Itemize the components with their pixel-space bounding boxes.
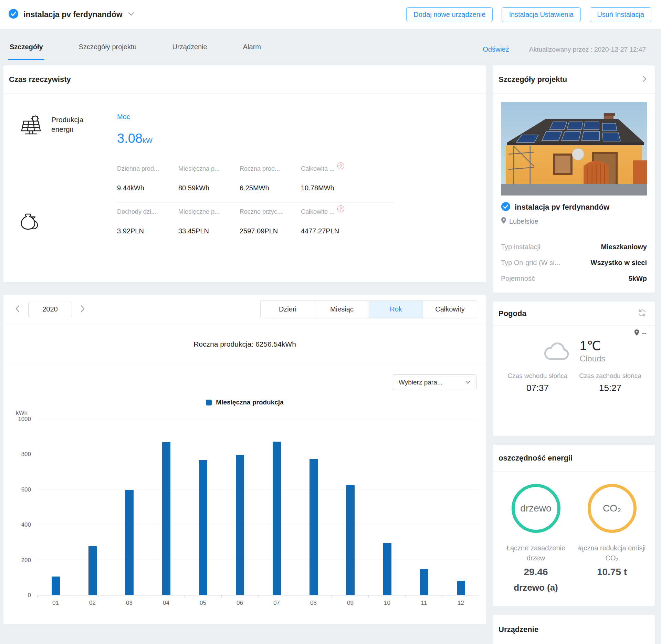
project-name: instalacja pv ferdynandów: [515, 203, 609, 212]
x-axis-label: 08: [295, 600, 332, 606]
parameter-dropdown[interactable]: Wybierz para...: [393, 374, 476, 390]
project-info-value: 5kWp: [629, 275, 647, 283]
energy-stat-value: 10.78MWh: [301, 184, 344, 192]
bar-month-01: [52, 577, 60, 595]
income-stat-label: Całkowite ...?: [301, 208, 344, 215]
chevron-down-icon: [128, 11, 134, 18]
installation-settings-button[interactable]: Instalacja Ustawienia: [502, 7, 581, 22]
income-stat: Miesięczne p...33.45PLN: [178, 208, 240, 235]
prev-year-button[interactable]: [14, 304, 21, 315]
range-tab-rok[interactable]: Rok: [369, 301, 423, 318]
x-axis-label: 05: [185, 600, 221, 606]
y-axis-tick: 600: [21, 486, 31, 493]
x-axis-tick: [74, 595, 111, 598]
project-info-row: Typ instalacjiMieszkaniowy: [501, 239, 647, 255]
bar-cell: [258, 419, 295, 595]
power-value: 3.08: [117, 131, 143, 146]
refresh-link[interactable]: Odśwież: [483, 45, 509, 53]
x-axis-label: 09: [332, 600, 369, 606]
weather-card: Pogoda --: [493, 302, 655, 436]
x-axis-tick: [148, 595, 185, 598]
energy-stat-label: Roczna prod...: [240, 165, 301, 172]
x-axis-label: 10: [369, 600, 406, 606]
help-icon[interactable]: ?: [337, 162, 344, 169]
sunrise-label: Czas wchodu słońca: [501, 371, 574, 381]
sunrise-time: 07:37: [501, 383, 574, 393]
income-stat-label: Roczne przyc...: [240, 208, 301, 215]
help-icon[interactable]: ?: [337, 205, 344, 212]
project-info-row: Pojemność5kWp: [501, 271, 647, 286]
tab-szczegóły-projektu[interactable]: Szczegóły projektu: [77, 43, 138, 60]
legend-label: Miesięczna produkcja: [216, 399, 283, 406]
project-info-value: Wszystko w sieci: [591, 259, 647, 267]
bar-month-05: [199, 460, 207, 595]
check-circle-icon: [501, 202, 511, 213]
project-info-label: Typ On-grid (W si...: [501, 259, 560, 267]
production-chart-card: 2020 DzieńMiesiącRokCałkowity Roczna pro…: [3, 295, 486, 624]
bar-month-06: [236, 455, 244, 595]
money-bag-icon: [19, 208, 44, 235]
bar-month-11: [420, 569, 428, 595]
refresh-icon[interactable]: [638, 308, 647, 319]
income-stat-value: 4477.27PLN: [301, 227, 344, 235]
energy-savings-card: oszczędność energii drzewo CO₂ Łączne za…: [493, 445, 655, 606]
x-axis-tick: [406, 595, 442, 598]
bar-cell: [148, 419, 185, 595]
income-stat-label: Dochody dzi...: [117, 208, 178, 215]
device-title: Urządzenie: [499, 625, 538, 634]
x-axis-label: 07: [258, 600, 295, 606]
delete-installation-button[interactable]: Usuń Instalacja: [590, 7, 651, 22]
sunset-label: Czas zachodu słońca: [574, 371, 647, 381]
check-circle-icon: [8, 9, 19, 20]
x-axis-label: 02: [74, 600, 111, 606]
tab-details[interactable]: Szczegóły: [8, 43, 44, 60]
bar-month-08: [309, 459, 318, 595]
tab-alarm[interactable]: Alarm: [242, 43, 262, 60]
bar-cell: [74, 419, 111, 595]
sunset-time: 15:27: [574, 383, 647, 393]
energy-stat: Całkowita ...?10.78MWh: [301, 165, 344, 192]
solar-panel-icon: [19, 113, 44, 192]
bar-month-12: [457, 581, 465, 595]
chevron-right-icon: [642, 75, 647, 84]
x-axis-tick: [185, 595, 222, 598]
bar-month-09: [346, 485, 355, 595]
project-info-label: Pojemność: [501, 275, 535, 283]
project-details-card: Szczegóły projektu: [493, 65, 655, 293]
plant-selector[interactable]: instalacja pv ferdynandów: [8, 9, 134, 20]
range-tab-miesiąc[interactable]: Miesiąc: [315, 301, 369, 318]
x-axis-tick: [37, 595, 74, 598]
income-stat-value: 33.45PLN: [178, 227, 240, 235]
tree-savings-unit: drzewo (a): [500, 582, 572, 593]
x-axis-tick: [222, 595, 259, 598]
co2-savings-label: łączna redukcja emisji CO₂: [576, 543, 648, 563]
energy-stat: Miesięczna p...80.59kWh: [178, 165, 240, 192]
realtime-card: Czas rzeczywisty: [3, 65, 486, 282]
bar-cell: [37, 419, 74, 595]
yearly-production-summary: Roczna produkcja: 6256.54kWh: [3, 324, 486, 364]
weather-title: Pogoda: [499, 309, 526, 318]
tab-urządzenie[interactable]: Urządzenie: [171, 43, 209, 60]
power-label: Moc: [117, 113, 486, 121]
x-axis-label: 04: [148, 600, 185, 606]
range-tab-całkowity[interactable]: Całkowity: [423, 301, 477, 318]
add-device-button[interactable]: Dodaj nowe urządzenie: [406, 7, 493, 22]
device-card: Urządzenie: [493, 615, 655, 644]
bar-month-04: [162, 442, 170, 595]
legend-marker-icon: [206, 400, 212, 405]
income-stat-value: 2597.09PLN: [240, 227, 301, 235]
year-picker[interactable]: 2020: [28, 302, 72, 317]
range-tab-dzień[interactable]: Dzień: [261, 301, 315, 318]
bar-cell: [332, 419, 369, 595]
project-photo: [501, 102, 647, 196]
tab-bar: SzczegółySzczegóły projektuUrządzenieAla…: [0, 29, 661, 60]
x-axis-tick: [295, 595, 332, 598]
energy-stat-label: Miesięczna p...: [178, 165, 240, 172]
next-year-button[interactable]: [79, 304, 86, 315]
co2-circle-icon: CO₂: [588, 484, 637, 533]
bar-cell: [442, 419, 479, 595]
last-updated-text: Aktualizowany przez : 2020-12-27 12:47: [529, 46, 646, 53]
income-stat: Dochody dzi...3.92PLN: [117, 208, 178, 235]
energy-stat-label: Całkowita ...?: [301, 165, 344, 172]
project-details-header[interactable]: Szczegóły projektu: [493, 65, 655, 94]
